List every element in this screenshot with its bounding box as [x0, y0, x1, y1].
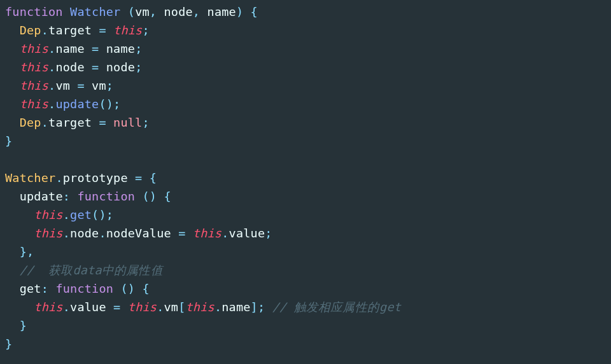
token-punc: ) [236, 5, 243, 18]
token-punc: . [63, 208, 70, 221]
token-id: Watcher [5, 171, 55, 185]
token-id: Dep [20, 24, 41, 37]
token-prop [106, 300, 113, 314]
token-punc: . [221, 227, 228, 240]
token-fn: Watcher [70, 5, 120, 18]
code-line: this.node = node; [5, 60, 142, 74]
token-op: = [178, 227, 185, 240]
token-prop [243, 5, 250, 18]
token-punc: () [120, 282, 135, 295]
token-param: node [164, 5, 193, 18]
token-prop [186, 227, 193, 240]
token-punc: . [41, 116, 48, 129]
code-line: get: function () { [5, 282, 150, 295]
token-prop [135, 190, 142, 203]
token-prop [265, 300, 272, 314]
code-line: this.value = this.vm[this.name]; // 触发相应… [5, 300, 401, 314]
token-this: this [20, 60, 48, 74]
token-punc: } [20, 319, 27, 332]
token-punc: . [55, 171, 62, 185]
token-prop [85, 60, 92, 74]
token-punc: ; [135, 60, 142, 74]
token-this: this [34, 227, 62, 240]
token-punc: { [251, 5, 258, 18]
token-op: = [113, 300, 120, 314]
token-punc: } [5, 134, 12, 148]
token-this: this [20, 42, 48, 55]
token-punc: ; [265, 227, 272, 240]
token-this: this [186, 300, 214, 314]
token-prop: node [106, 60, 135, 74]
token-punc: : [63, 190, 70, 203]
token-op: = [92, 42, 99, 55]
token-punc: ]; [251, 300, 265, 314]
token-punc: . [214, 300, 221, 314]
code-line: update: function () { [5, 190, 171, 203]
token-op: = [135, 171, 142, 185]
token-punc: { [164, 190, 171, 203]
code-line: }, [5, 245, 34, 258]
token-cmt: // 获取data中的属性值 [20, 263, 163, 277]
token-param: name [207, 5, 236, 18]
token-param: vm [135, 5, 150, 18]
token-prop: node [55, 60, 84, 74]
token-punc: { [142, 282, 149, 295]
token-prop [113, 282, 120, 295]
token-prop [128, 171, 135, 185]
token-prop: nodeValue [106, 227, 171, 240]
token-fn: update [55, 97, 99, 111]
code-line: Dep.target = null; [5, 116, 150, 129]
token-op: = [99, 24, 106, 37]
token-prop [106, 116, 113, 129]
token-prop: value [70, 300, 106, 314]
token-op: = [92, 60, 99, 74]
token-punc: . [41, 24, 48, 37]
token-prop [48, 282, 55, 295]
token-prop: name [221, 300, 250, 314]
token-prop [85, 79, 92, 92]
code-line: } [5, 134, 12, 148]
token-punc: ; [135, 42, 142, 55]
code-line: this.name = name; [5, 42, 142, 55]
token-op: = [99, 116, 106, 129]
token-punc: () [142, 190, 157, 203]
token-prop [157, 5, 164, 18]
token-prop [142, 171, 149, 185]
token-prop [120, 5, 127, 18]
token-this: this [34, 208, 62, 221]
token-prop: name [55, 42, 84, 55]
token-punc: . [99, 227, 106, 240]
token-punc: : [41, 282, 48, 295]
token-prop: vm [55, 79, 70, 92]
token-punc: (); [99, 97, 120, 111]
token-this: this [193, 227, 221, 240]
token-punc: , [150, 5, 157, 18]
token-punc: ; [106, 79, 113, 92]
token-punc: [ [178, 300, 185, 314]
token-id: Dep [20, 116, 41, 129]
token-prop [63, 5, 70, 18]
code-line: Dep.target = this; [5, 24, 150, 37]
code-line: } [5, 337, 12, 351]
token-punc: } [5, 337, 12, 351]
token-prop [99, 42, 106, 55]
code-line: Watcher.prototype = { [5, 171, 157, 185]
token-punc: ( [128, 5, 135, 18]
token-prop [70, 190, 77, 203]
token-this: this [20, 97, 48, 111]
token-prop [85, 42, 92, 55]
token-this: this [34, 300, 62, 314]
token-prop [106, 24, 113, 37]
code-line: } [5, 319, 27, 332]
code-line: this.vm = vm; [5, 79, 113, 92]
token-fn: get [70, 208, 92, 221]
code-line: this.update(); [5, 97, 120, 111]
token-punc: . [48, 79, 55, 92]
code-editor[interactable]: function Watcher (vm, node, name) { Dep.… [0, 0, 611, 358]
token-prop: name [106, 42, 135, 55]
token-punc: ; [142, 24, 149, 37]
code-line: this.node.nodeValue = this.value; [5, 227, 272, 240]
token-this: this [20, 79, 48, 92]
code-line: this.get(); [5, 208, 113, 221]
token-punc: (); [92, 208, 113, 221]
